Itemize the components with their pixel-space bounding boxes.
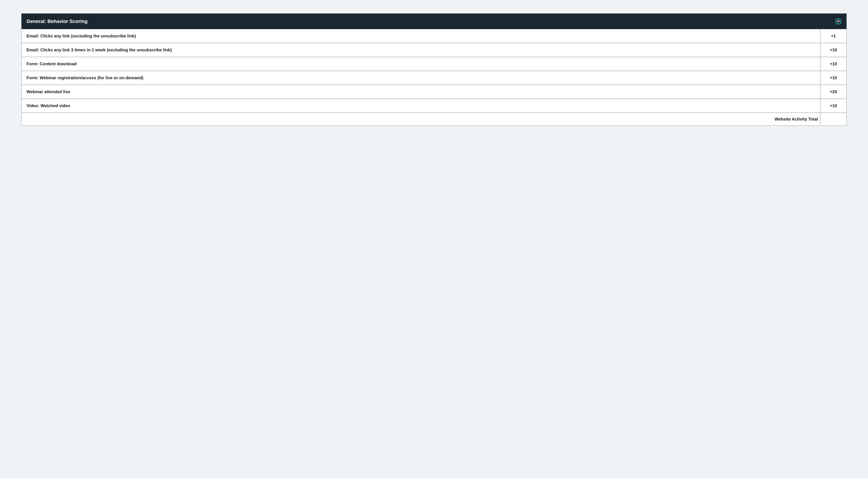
table-row: Video: Watched video +10 [22, 99, 846, 113]
score-value: +10 [820, 71, 846, 85]
score-value: +1 [820, 29, 846, 43]
behavior-label: Video: Watched video [22, 99, 820, 113]
score-value: +10 [820, 99, 846, 113]
behavior-label: Form: Webinar registration/access (for l… [22, 71, 820, 85]
score-value: +10 [820, 57, 846, 71]
behavior-label: Form: Content download [22, 57, 820, 71]
score-value: +10 [820, 43, 846, 57]
behavior-label: Webinar attended live [22, 85, 820, 99]
table-row: Form: Webinar registration/access (for l… [22, 71, 846, 85]
total-row: Website Activity Total [22, 113, 846, 126]
total-value [820, 113, 846, 126]
table-row: Email: Clicks any link (excluding the un… [22, 29, 846, 43]
table-row: Email: Clicks any link 3 times in 1 week… [22, 43, 846, 57]
score-value: +20 [820, 85, 846, 99]
behavior-label: Email: Clicks any link 3 times in 1 week… [22, 43, 820, 57]
table-row: Form: Content download +10 [22, 57, 846, 71]
behavior-label: Email: Clicks any link (excluding the un… [22, 29, 820, 43]
scoring-table: General: Behavior Scoring Email: Clicks … [21, 13, 847, 126]
table-title: General: Behavior Scoring [27, 19, 88, 24]
brand-logo-icon [836, 18, 841, 25]
table-body: Email: Clicks any link (excluding the un… [22, 29, 846, 126]
total-label: Website Activity Total [22, 113, 820, 126]
table-header: General: Behavior Scoring [22, 13, 846, 29]
table-row: Webinar attended live +20 [22, 85, 846, 99]
